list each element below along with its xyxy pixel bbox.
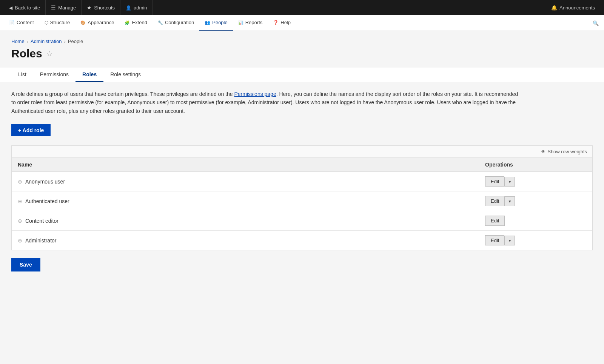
edit-button-group: Edit — [485, 196, 586, 206]
chevron-down-icon — [508, 238, 512, 243]
show-row-weights-link[interactable]: Show row weights — [541, 149, 587, 154]
edit-dropdown-button[interactable] — [504, 196, 515, 206]
roles-table-area: Show row weights Name Operations Anonymo… — [11, 145, 593, 250]
breadcrumb-sep-2: › — [64, 39, 65, 44]
announcements-button[interactable]: Announcements — [546, 5, 600, 11]
config-icon — [158, 20, 163, 25]
col-header-operations: Operations — [479, 158, 592, 172]
tab-roles[interactable]: Roles — [76, 68, 103, 82]
nav-reports[interactable]: Reports — [233, 15, 268, 31]
page-description: A role defines a group of users that hav… — [11, 90, 521, 115]
drag-handle-icon[interactable] — [18, 217, 22, 224]
bell-icon — [551, 5, 557, 11]
secondary-nav: Content Structure Appearance Extend Conf… — [0, 15, 604, 31]
breadcrumb-current: People — [68, 39, 83, 44]
eye-icon — [541, 149, 545, 154]
nav-structure[interactable]: Structure — [39, 15, 76, 31]
role-name: Anonymous user — [25, 179, 65, 185]
extend-icon — [125, 20, 130, 25]
col-header-name: Name — [12, 158, 479, 172]
show-weights-label: Show row weights — [547, 149, 587, 154]
nav-content-label: Content — [17, 20, 34, 25]
table-row: Authenticated user Edit — [12, 191, 592, 211]
tab-permissions[interactable]: Permissions — [33, 68, 76, 82]
nav-config-label: Configuration — [165, 20, 194, 25]
role-operations-cell: Edit — [479, 231, 592, 250]
nav-people[interactable]: People — [199, 15, 233, 31]
people-icon — [205, 20, 210, 25]
nav-structure-label: Structure — [50, 20, 70, 25]
page-title: Roles — [11, 47, 42, 60]
role-name-cell: Authenticated user — [12, 191, 479, 211]
table-header-row: Name Operations — [12, 158, 592, 172]
edit-button[interactable]: Edit — [485, 196, 504, 206]
appearance-icon — [80, 20, 86, 25]
favorite-star-icon[interactable] — [46, 49, 53, 58]
help-icon — [273, 20, 279, 25]
edit-dropdown-button[interactable] — [504, 177, 515, 187]
admin-user-label: admin — [134, 5, 147, 11]
breadcrumb-sep-1: › — [27, 39, 28, 44]
nav-help-label: Help — [280, 20, 291, 25]
edit-button[interactable]: Edit — [485, 235, 504, 245]
chevron-down-icon — [508, 199, 512, 204]
back-to-site-button[interactable]: Back to site — [4, 0, 46, 15]
nav-extend[interactable]: Extend — [119, 15, 152, 31]
role-name: Administrator — [25, 238, 56, 244]
nav-search — [591, 19, 600, 28]
add-role-button[interactable]: + Add role — [11, 124, 51, 136]
permissions-page-link[interactable]: Permissions page — [234, 91, 276, 97]
tab-list[interactable]: List — [11, 68, 33, 82]
nav-people-label: People — [212, 20, 227, 25]
role-name: Content editor — [25, 218, 59, 224]
breadcrumb-home[interactable]: Home — [11, 39, 25, 44]
drag-handle-icon[interactable] — [18, 237, 22, 244]
search-icon[interactable] — [591, 19, 600, 28]
admin-bar: Back to site Manage Shortcuts admin Anno… — [0, 0, 604, 15]
breadcrumb-administration[interactable]: Administration — [31, 39, 62, 44]
manage-icon — [51, 5, 56, 11]
edit-dropdown-button[interactable] — [504, 236, 515, 245]
role-name: Authenticated user — [25, 198, 69, 204]
nav-configuration[interactable]: Configuration — [153, 15, 199, 31]
nav-content[interactable]: Content — [4, 15, 39, 31]
tabs: List Permissions Roles Role settings — [0, 68, 604, 82]
role-operations-cell: Edit — [479, 172, 592, 191]
nav-appearance[interactable]: Appearance — [75, 15, 119, 31]
back-to-site-label: Back to site — [15, 5, 40, 11]
edit-button[interactable]: Edit — [485, 176, 504, 187]
nav-extend-label: Extend — [132, 20, 147, 25]
drag-handle-icon[interactable] — [18, 178, 22, 185]
drag-handle-icon[interactable] — [18, 198, 22, 205]
reports-icon — [238, 20, 243, 25]
structure-icon — [45, 20, 48, 25]
chevron-down-icon — [508, 179, 512, 184]
admin-user-button[interactable]: admin — [120, 0, 153, 15]
edit-button-group: Edit — [485, 216, 586, 226]
table-row: Anonymous user Edit — [12, 172, 592, 191]
table-row: Content editor Edit — [12, 211, 592, 231]
breadcrumb: Home › Administration › People — [11, 39, 593, 44]
admin-user-icon — [126, 5, 131, 11]
edit-button[interactable]: Edit — [485, 216, 505, 226]
content-icon — [9, 20, 15, 25]
main-content: Home › Administration › People Roles Lis… — [0, 31, 604, 364]
manage-button[interactable]: Manage — [46, 0, 82, 15]
nav-reports-label: Reports — [245, 20, 263, 25]
role-operations-cell: Edit — [479, 211, 592, 231]
role-name-cell: Content editor — [12, 211, 479, 231]
manage-label: Manage — [58, 5, 76, 11]
save-button[interactable]: Save — [11, 258, 40, 271]
shortcuts-label: Shortcuts — [94, 5, 115, 11]
table-row: Administrator Edit — [12, 231, 592, 250]
edit-button-group: Edit — [485, 176, 586, 187]
edit-button-group: Edit — [485, 235, 586, 245]
nav-appearance-label: Appearance — [88, 20, 114, 25]
shortcuts-button[interactable]: Shortcuts — [82, 0, 120, 15]
nav-help[interactable]: Help — [268, 15, 296, 31]
show-weights-row: Show row weights — [12, 146, 592, 158]
back-icon — [9, 5, 12, 11]
announcements-label: Announcements — [559, 5, 595, 11]
role-operations-cell: Edit — [479, 191, 592, 211]
tab-role-settings[interactable]: Role settings — [103, 68, 148, 82]
